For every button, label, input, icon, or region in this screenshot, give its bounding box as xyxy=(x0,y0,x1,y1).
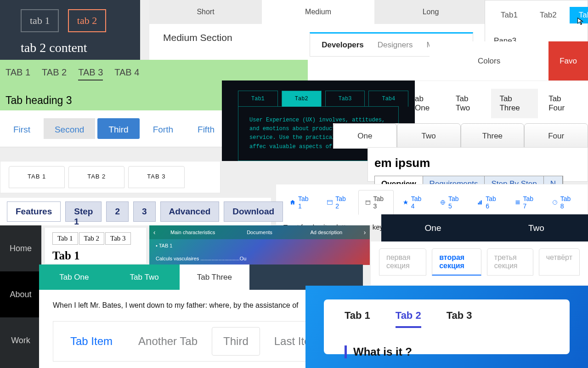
tab-one[interactable]: One xyxy=(381,214,485,242)
tab-1[interactable]: TAB 1 xyxy=(6,67,30,80)
tab-medium[interactable]: Medium xyxy=(262,0,374,24)
svg-rect-2 xyxy=(366,201,370,204)
row-calculs: Calculs vasculaires ....................… xyxy=(149,252,370,265)
tab-developers[interactable]: Developers xyxy=(322,40,364,50)
nav-home[interactable]: Home xyxy=(0,225,41,271)
tab-third[interactable]: Third xyxy=(97,118,139,139)
tab-designers[interactable]: Designers xyxy=(378,40,413,50)
tab-2[interactable]: Tab 2 xyxy=(396,310,421,328)
tab-main[interactable]: Main characteristics xyxy=(159,230,226,235)
window-icon xyxy=(327,199,333,206)
tab-1[interactable]: TAB 1 xyxy=(9,166,65,188)
tab-2[interactable]: Tab2 xyxy=(531,7,566,23)
tab-two[interactable]: Tab Two xyxy=(447,89,489,118)
tab-section-3[interactable]: третья секция xyxy=(487,248,533,276)
tab-heading: Tab 1 xyxy=(52,249,139,262)
dash-icon xyxy=(552,199,558,206)
tab-2[interactable]: Tab2 xyxy=(282,91,322,107)
tab-another[interactable]: Another Tab xyxy=(127,327,209,356)
tab-section-1[interactable]: первая секция xyxy=(379,248,426,276)
tab-favorites[interactable]: Favo xyxy=(548,41,588,80)
tab-8[interactable]: Tab 8 xyxy=(546,190,580,215)
tab-three[interactable]: Tab Three xyxy=(180,264,250,290)
star-icon xyxy=(403,199,408,206)
tab-three[interactable]: Tab Three xyxy=(491,89,538,118)
nav-work[interactable]: Work xyxy=(0,317,41,363)
chart-icon xyxy=(477,199,483,206)
tab-3[interactable]: Tab 3 xyxy=(447,310,472,328)
tab-short[interactable]: Short xyxy=(149,0,262,24)
tab-3[interactable]: Tab 3 xyxy=(358,190,394,215)
nav-about[interactable]: About xyxy=(0,271,41,317)
tab-one[interactable]: One xyxy=(333,123,397,149)
tab-first[interactable]: First xyxy=(2,118,41,139)
home-icon xyxy=(290,199,295,206)
globe-icon xyxy=(440,199,446,206)
tab-fifth[interactable]: Fifth xyxy=(187,118,226,139)
tab-1[interactable]: Tab 1 xyxy=(283,190,318,215)
section-title: Medium Section xyxy=(163,32,232,43)
tab-2[interactable]: tab 2 xyxy=(68,9,106,32)
tab-ad[interactable]: Ad description xyxy=(293,230,360,235)
tab-documents[interactable]: Documents xyxy=(226,230,293,235)
tab-long[interactable]: Long xyxy=(374,0,487,24)
tab-1[interactable]: Tab1 xyxy=(238,91,278,107)
cursor-icon xyxy=(576,17,585,26)
tab-2[interactable]: Tab 2 xyxy=(79,232,105,245)
row-tab-1: • TAB 1 xyxy=(149,239,370,252)
tab-3[interactable]: TAB 3 xyxy=(78,67,103,80)
svg-rect-0 xyxy=(328,201,332,205)
tab-section-4[interactable]: четвёрт xyxy=(539,248,580,276)
tab-4[interactable]: Tab4 xyxy=(368,91,408,107)
list-icon xyxy=(515,199,520,206)
heading: What is it ? xyxy=(345,345,549,358)
tab-download[interactable]: Download xyxy=(224,201,283,222)
tab-1[interactable]: Tab 1 xyxy=(345,310,370,328)
arrow-right-icon[interactable]: › xyxy=(360,229,370,236)
tab-four[interactable]: Four xyxy=(524,123,588,149)
tab-4[interactable]: Tab 4 xyxy=(396,190,431,215)
tab-2-content: tab 2 content xyxy=(21,40,119,55)
tab-colors[interactable]: Colors xyxy=(430,41,548,80)
tab-section-2[interactable]: вторая секция xyxy=(432,248,481,276)
tab-second[interactable]: Second xyxy=(44,118,95,139)
tab-forth[interactable]: Forth xyxy=(142,118,184,139)
body-text: When I left Mr. Bates, I went down to my… xyxy=(53,301,349,310)
tab-7[interactable]: Tab 7 xyxy=(509,190,543,215)
tab-3[interactable]: 3 xyxy=(133,201,156,222)
tab-2[interactable]: Tab 2 xyxy=(321,190,355,215)
arrow-left-icon[interactable]: ‹ xyxy=(149,229,159,236)
tab-item[interactable]: Tab Item xyxy=(59,327,124,356)
tab-advanced[interactable]: Advanced xyxy=(160,201,220,222)
tab-one[interactable]: Tab One xyxy=(39,264,109,290)
tab-four[interactable]: Tab Four xyxy=(540,89,583,118)
tab-5[interactable]: Tab 5 xyxy=(434,190,468,215)
svg-rect-9 xyxy=(481,201,482,205)
tab-step-1[interactable]: Step 1 xyxy=(65,201,102,222)
tab-third[interactable]: Third xyxy=(212,327,260,356)
tab-two[interactable]: Tab Two xyxy=(109,264,180,290)
tab-two[interactable]: Two xyxy=(397,123,461,149)
tab-4[interactable]: TAB 4 xyxy=(114,67,139,80)
tab-3[interactable]: Tab 3 xyxy=(105,232,131,245)
svg-rect-7 xyxy=(478,203,479,205)
calendar-icon xyxy=(365,199,371,206)
svg-line-14 xyxy=(555,201,556,202)
tab-features[interactable]: Features xyxy=(7,201,61,222)
tab-2[interactable]: TAB 2 xyxy=(68,166,124,188)
page-title: em ipsum xyxy=(374,156,581,170)
tab-three[interactable]: Three xyxy=(461,123,525,149)
tab-1[interactable]: Tab1 xyxy=(492,7,527,23)
tab-6[interactable]: Tab 6 xyxy=(471,190,505,215)
svg-rect-8 xyxy=(480,201,481,205)
tab-3[interactable]: Tab3 xyxy=(325,91,365,107)
tab-1[interactable]: Tab 1 xyxy=(52,232,78,245)
tab-2[interactable]: 2 xyxy=(106,201,129,222)
tab-1[interactable]: tab 1 xyxy=(21,9,59,32)
tab-two[interactable]: Two xyxy=(485,214,588,242)
tab-3[interactable]: TAB 3 xyxy=(128,166,184,188)
tab-2[interactable]: TAB 2 xyxy=(42,67,67,80)
